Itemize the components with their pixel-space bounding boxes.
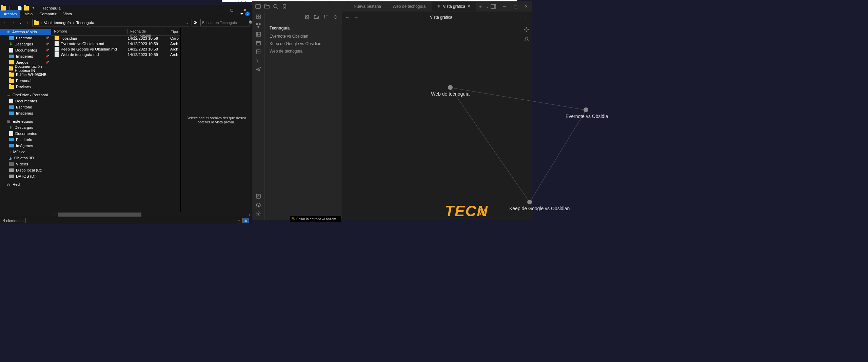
note-item[interactable]: Evernote vs Obsidian — [266, 33, 340, 40]
address-dropdown-icon[interactable]: ⌄ — [186, 21, 189, 24]
search-icon[interactable] — [273, 3, 279, 9]
graph-view[interactable]: Web de tecnoguíaEvernote vs ObsidiaKeep … — [342, 23, 532, 220]
back-button[interactable]: ← — [2, 20, 8, 26]
address-box[interactable]: › Vault tecnoguía › Tecnoguía ⌄ — [32, 19, 190, 26]
svg-point-29 — [258, 213, 259, 215]
publish-icon[interactable] — [255, 66, 261, 73]
graph-node[interactable]: Web de tecnoguía — [430, 85, 471, 97]
new-folder-icon[interactable] — [313, 14, 319, 20]
overflow-icon[interactable] — [24, 6, 29, 11]
sidebar-toggle-icon[interactable] — [255, 3, 261, 9]
sidebar-item[interactable]: Imágenes — [0, 143, 51, 149]
file-explorer-icon[interactable] — [264, 3, 270, 9]
file-row[interactable]: Keep de Google vs Obsidian.md14/12/2023 … — [51, 46, 180, 52]
sidebar-item[interactable]: Documentación Hipoteca IN — [0, 65, 51, 72]
sidebar-item[interactable]: Imágenes📌 — [0, 53, 51, 59]
column-headers[interactable]: ⌃Nombre Fecha de modificación Tipo — [51, 27, 180, 36]
sidebar-item[interactable]: Escritorio — [0, 104, 51, 110]
tab-dropdown-icon[interactable]: ⌄ — [484, 3, 490, 9]
obsidian-titlebar[interactable]: Nueva pestañaWeb de tecnoguía⚛Vista gráf… — [252, 1, 532, 12]
nav-back-icon[interactable]: ← — [344, 14, 351, 20]
close-button[interactable]: ✕ — [521, 1, 532, 12]
sidebar-this-pc[interactable]: 🖥 Este equipo — [0, 118, 51, 124]
settings-icon[interactable] — [255, 211, 261, 217]
col-modified[interactable]: Fecha de modificación — [127, 29, 168, 34]
maximize-button[interactable]: ▢ — [510, 1, 521, 12]
status-text: 4 elementos — [3, 219, 23, 223]
sidebar-item[interactable]: Vídeos — [0, 161, 51, 167]
close-button[interactable]: ✕ — [238, 6, 252, 14]
sidebar-item[interactable]: Imágenes — [0, 110, 51, 116]
menu-file[interactable]: Archivo — [0, 10, 20, 18]
view-details-button[interactable]: ≡ — [236, 218, 242, 223]
graph-node[interactable]: Evernote vs Obsidia — [566, 107, 606, 119]
forward-button[interactable]: → — [10, 20, 16, 26]
sidebar-item[interactable]: Documentos — [0, 98, 51, 104]
folder-icon — [34, 21, 39, 25]
templates-icon[interactable] — [255, 49, 261, 55]
sidebar-item[interactable]: Escritorio📌 — [0, 35, 51, 41]
obsidian-tab[interactable]: Nueva pestaña — [348, 2, 387, 11]
col-name[interactable]: ⌃Nombre — [51, 29, 127, 34]
explorer-titlebar[interactable]: 📄 ▾ Tecnoguía ─ ▢ ✕ — [0, 6, 252, 10]
menu-share[interactable]: Compartir — [36, 10, 60, 18]
bookmark-icon[interactable] — [281, 3, 288, 9]
note-item[interactable]: Keep de Google vs Obsidian — [266, 40, 340, 47]
sidebar-item[interactable]: DATOS (D:) — [0, 173, 51, 179]
note-item[interactable]: Web de tecnoguía — [266, 47, 340, 55]
sidebar-item[interactable]: Reviews — [0, 84, 51, 90]
sidebar-item[interactable]: ⬇Descargas — [0, 124, 51, 130]
vault-icon[interactable] — [255, 193, 261, 199]
sort-icon[interactable] — [323, 14, 329, 20]
sidebar-item[interactable]: Escritorio — [0, 137, 51, 143]
maximize-button[interactable]: ▢ — [225, 6, 238, 14]
file-row[interactable]: .obsidian14/12/2023 10:56Carp — [51, 36, 180, 41]
canvas-icon[interactable] — [255, 31, 261, 37]
nav-forward-icon[interactable]: → — [353, 14, 359, 20]
crumb-current[interactable]: Tecnoguía — [76, 21, 94, 25]
quick-switcher-icon[interactable] — [255, 14, 261, 20]
search-box[interactable]: 🔍 — [200, 19, 250, 26]
new-tab-button[interactable]: ＋ — [477, 4, 484, 9]
right-sidebar-toggle-icon[interactable] — [490, 3, 496, 9]
crumb-root[interactable]: Vault tecnoguía — [44, 21, 71, 25]
daily-note-icon[interactable] — [255, 40, 261, 46]
search-input[interactable] — [202, 21, 249, 25]
scrollbar-thumb[interactable] — [58, 213, 141, 217]
more-icon[interactable]: ⋮ — [523, 14, 529, 20]
sidebar-quick-access[interactable]: ★ Acceso rápido — [0, 29, 51, 35]
sidebar-network[interactable]: 🖧 Red — [0, 181, 51, 187]
recent-dropdown[interactable]: ⌄ — [17, 20, 23, 26]
graph-node[interactable]: Keep de Google vs Obsidian — [509, 200, 550, 211]
minimize-button[interactable]: ─ — [211, 6, 225, 14]
menu-home[interactable]: Inicio — [20, 10, 36, 18]
up-button[interactable]: ↑ — [25, 20, 31, 26]
sidebar-item[interactable]: ♪Música — [0, 149, 51, 155]
sidebar-item[interactable]: Documentos — [0, 130, 51, 137]
collapse-icon[interactable] — [332, 14, 338, 20]
horizontal-scrollbar[interactable]: ‹ › — [0, 212, 252, 217]
obsidian-tab[interactable]: Web de tecnoguía — [387, 2, 431, 11]
sidebar-item[interactable]: Edifier WH950NB — [0, 72, 51, 78]
file-row[interactable]: Web de tecnoguía.md14/12/2023 10:59Arch — [51, 52, 180, 57]
obsidian-tab[interactable]: ⚛Vista gráfica✕ — [432, 2, 476, 11]
minimize-button[interactable]: ─ — [499, 1, 510, 12]
new-note-icon[interactable] — [304, 14, 310, 20]
sidebar-item[interactable]: ◭Objetos 3D — [0, 155, 51, 161]
menu-view[interactable]: Vista — [60, 10, 75, 18]
vault-name[interactable]: Tecnoguía — [266, 24, 340, 33]
sidebar-item[interactable]: Documentos📌 — [0, 47, 51, 53]
col-type[interactable]: Tipo — [168, 29, 180, 34]
view-large-button[interactable]: ▦ — [242, 218, 249, 223]
file-row[interactable]: Evernote vs Obsidian.md14/12/2023 10:59A… — [51, 41, 180, 46]
graph-view-icon[interactable] — [255, 22, 261, 28]
command-palette-icon[interactable] — [255, 58, 261, 64]
tab-close-icon[interactable]: ✕ — [467, 4, 471, 9]
help-icon[interactable] — [255, 202, 261, 208]
refresh-button[interactable]: ⟳ — [192, 19, 199, 26]
taskbar-preview[interactable]: ⓦ Editar la entrada «Lanzam... — [290, 216, 341, 222]
sidebar-onedrive[interactable]: ☁ OneDrive - Personal — [0, 92, 51, 98]
sidebar-item[interactable]: ⬇Descargas📌 — [0, 41, 51, 47]
sidebar-item[interactable]: Personal — [0, 78, 51, 84]
sidebar-item[interactable]: Disco local (C:) — [0, 167, 51, 173]
